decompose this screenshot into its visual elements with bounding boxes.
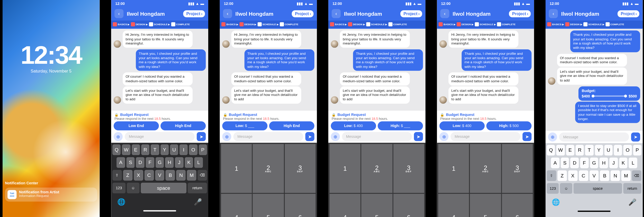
project-button[interactable]: Project› — [618, 10, 639, 17]
shift-key[interactable]: ⇧ — [112, 170, 122, 181]
space-key[interactable]: space — [141, 183, 186, 193]
phone-chat-4: 12:00▮▮▮▲▬ ‹Ilwol HongdamProject› BASICS… — [437, 0, 534, 217]
project-button[interactable]: Project› — [183, 10, 205, 17]
phone-lockscreen: 12:00 ▮▮▮ ▲ ▬ 12:34 Saturday, November 5… — [3, 0, 100, 217]
project-button[interactable]: Project› — [292, 10, 313, 17]
key[interactable]: Q — [112, 144, 121, 155]
globe-icon[interactable]: 🌐 — [117, 198, 125, 206]
shift-key[interactable]: ⇧ — [547, 170, 556, 181]
back-button[interactable]: ‹ — [114, 9, 123, 18]
high-input-button[interactable]: High: $ ___ — [378, 121, 423, 130]
send-button[interactable]: ➤ — [305, 132, 314, 141]
message-input[interactable]: Message — [125, 132, 195, 141]
low-end-button[interactable]: Low End — [114, 121, 159, 130]
avatar — [114, 96, 121, 104]
high-end-button[interactable]: High End — [160, 121, 206, 130]
lock-icon: 🔒 — [440, 113, 444, 116]
msg-out: Thank you, I checked your profile and yo… — [136, 49, 206, 71]
battery-icon: ▬ — [201, 2, 204, 6]
lock-time: 12:34 — [3, 40, 100, 70]
send-button[interactable]: ➤ — [197, 132, 206, 141]
key-1[interactable]: 1 — [221, 143, 252, 193]
key-4[interactable]: 4GHI — [221, 193, 252, 217]
key-6[interactable]: 6MNO — [284, 193, 316, 217]
numbers-key[interactable]: 123 — [547, 183, 559, 194]
progress-pills: BASICS▸ DESIGN▸ SCHEDULE▸ COMPLETE — [111, 21, 208, 28]
backspace-key[interactable]: ⌫ — [632, 170, 641, 181]
emoji-key[interactable]: ☺ — [127, 183, 140, 193]
message-input[interactable]: Message — [233, 132, 303, 141]
home-indicator[interactable] — [578, 211, 611, 212]
attach-button[interactable]: ⊕ — [114, 132, 123, 141]
phone-chat-2: 12:00▮▮▮▲▬ ‹Ilwol HongdamProject› BASICS… — [220, 0, 317, 217]
chevron-right-icon: › — [201, 11, 202, 16]
pill-schedule[interactable]: SCHEDULE▸ — [149, 22, 170, 27]
status-time: 12:00 — [115, 2, 125, 6]
back-button[interactable]: ‹ — [223, 9, 232, 18]
send-button[interactable]: ➤ — [522, 132, 531, 141]
status-bar: 12:00 ▮▮▮▲▬ — [111, 0, 208, 7]
home-indicator[interactable] — [143, 210, 176, 212]
pill-basics[interactable]: BASICS▸ — [113, 22, 130, 27]
backspace-key[interactable]: ⌫ — [198, 170, 207, 181]
keyboard-numpad[interactable]: 12ABC3DEF 4GHI5JKL6MNO 7PQRS8TUV9WXYZ 0D… — [437, 143, 534, 217]
key-5[interactable]: 5JKL — [252, 193, 284, 217]
notif-center-label: Notification Center — [5, 181, 97, 185]
mic-icon[interactable]: 🎤 — [628, 198, 637, 206]
high-end-button[interactable]: High End — [269, 121, 314, 130]
message-input[interactable]: Message — [450, 132, 520, 141]
lock-icon: 🔒 — [114, 113, 119, 116]
low-input-button[interactable]: Low: $ ___ — [222, 121, 267, 130]
attach-button[interactable]: ⊕ — [548, 132, 557, 141]
budget-request-title: 🔒Budget Request — [114, 113, 205, 117]
low-400-button[interactable]: Low: $ 400 — [439, 121, 485, 130]
key-3[interactable]: 3DEF — [284, 143, 316, 193]
attach-button[interactable]: ⊕ — [222, 132, 231, 141]
attach-button[interactable]: ⊕ — [439, 132, 448, 141]
emoji-key[interactable]: ☺ — [560, 183, 572, 194]
space-key[interactable]: space — [574, 183, 622, 194]
send-button[interactable]: ➤ — [414, 132, 423, 141]
wifi-icon: ▲ — [196, 2, 199, 6]
back-button[interactable]: ‹ — [440, 9, 449, 18]
return-key[interactable]: return — [623, 183, 641, 194]
chat-title: Ilwol Hongdam — [235, 11, 292, 17]
keyboard-qwerty-light[interactable]: QWERTYUIOP ASDFGHJKL ⇧ZXCVBNM⌫ 123☺space… — [546, 143, 643, 217]
budget-high-value: $500 — [629, 94, 637, 98]
keyboard-numpad[interactable]: 12ABC3DEF 4GHI5JKL6MNO 7PQRS8TUV9WXYZ 0D… — [220, 143, 317, 217]
back-button[interactable]: ‹ — [549, 9, 558, 18]
phone-chat-3: 12:00▮▮▮▲▬ ‹Ilwol HongdamProject› BASICS… — [328, 0, 425, 217]
keyboard-qwerty[interactable]: QWERTYUIOP ASDFGHJKL ⇧ZXCVBNM⌫ 123☺space… — [111, 143, 208, 217]
back-button[interactable]: ‹ — [332, 9, 341, 18]
budget-slider[interactable] — [592, 95, 626, 97]
keyboard-numpad[interactable]: 12ABC3DEF 4GHI5JKL6MNO 7PQRS8TUV9WXYZ 0D… — [328, 143, 425, 217]
globe-icon[interactable]: 🌐 — [552, 198, 560, 206]
budget-panel: Budget: $400$500 — [578, 86, 640, 101]
pill-complete[interactable]: COMPLETE — [171, 22, 190, 27]
chat-title: Ilwol Hongdam — [127, 11, 183, 17]
avatar — [114, 40, 121, 48]
phone-chat-5: 12:00▮▮▮▲▬ ‹Ilwol HongdamProject› BASICS… — [546, 0, 643, 217]
phone-chat-1: 12:00 ▮▮▮▲▬ ‹ Ilwol Hongdam Project› BAS… — [111, 0, 208, 217]
signal-icon: ▮▮▮ — [188, 2, 194, 6]
low-400-button[interactable]: Low: $ 400 — [331, 121, 376, 130]
high-500-button[interactable]: High: $ 500 — [486, 121, 532, 130]
pill-design[interactable]: DESIGN▸ — [131, 22, 148, 27]
message-input[interactable]: Message — [559, 132, 629, 141]
key-2[interactable]: 2ABC — [252, 143, 284, 193]
notification-card[interactable]: Tatt ooo Notification from Artist Inform… — [5, 188, 97, 202]
numbers-key[interactable]: 123 — [112, 183, 125, 193]
msg-in: Of course! I noticed that you wanted a m… — [123, 73, 193, 85]
project-button[interactable]: Project› — [400, 10, 422, 17]
budget-sub: Please respond in the next 18.5 hours. — [114, 117, 205, 120]
send-button[interactable]: ➤ — [631, 132, 640, 141]
budget-low-value: $400 — [582, 94, 590, 98]
project-label: Project — [186, 11, 200, 16]
return-key[interactable]: return — [187, 183, 207, 193]
lock-icon: 🔒 — [332, 113, 336, 116]
app-icon: Tatt ooo — [7, 190, 16, 199]
message-input[interactable]: Message — [342, 132, 412, 141]
attach-button[interactable]: ⊕ — [331, 132, 340, 141]
project-button[interactable]: Project› — [509, 10, 531, 17]
mic-icon[interactable]: 🎤 — [194, 198, 202, 206]
